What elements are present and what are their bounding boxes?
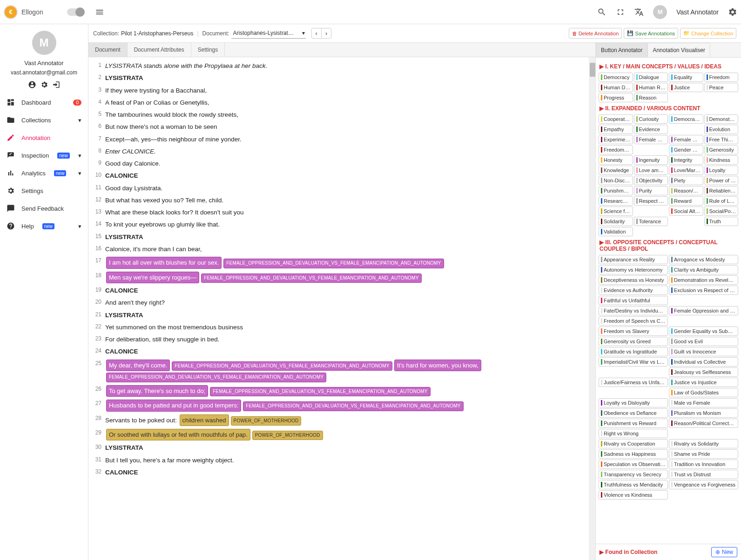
save-annotations-button[interactable]: 💾 Save Annotations [624, 28, 678, 39]
tag-button[interactable]: Free Thinking [704, 135, 739, 144]
tag-button[interactable]: Female Em... and Autonomy [634, 135, 668, 144]
sidebar-item-analytics[interactable]: Analyticsnew▾ [0, 164, 88, 182]
tag-button[interactable]: Good vs Evil [669, 337, 738, 346]
tag-button[interactable]: Fate/Destiny vs Individual Law [599, 306, 668, 315]
tag-button[interactable]: Progress [599, 93, 633, 102]
tag-button[interactable]: Human Rights [634, 83, 668, 92]
tag-button[interactable]: Demonstrab... [704, 114, 739, 124]
tag-button[interactable]: Justice vs Injustice [669, 378, 738, 387]
tag-button[interactable]: Validation [599, 227, 633, 236]
tag-button[interactable]: Tolerance [634, 217, 668, 226]
tag-button[interactable]: Deceptiveness vs Honesty [599, 275, 668, 285]
tag-button[interactable]: Purity [634, 186, 668, 195]
tag-button[interactable]: Reason [634, 93, 668, 102]
settings-icon[interactable] [40, 80, 48, 89]
tag-button[interactable]: Gender Equality vs Submission [669, 327, 738, 336]
section-title[interactable]: ▶ I. KEY / MAIN CONCEPTS / VALUES / IDEA… [599, 60, 739, 73]
tag-button[interactable]: Truth [704, 217, 739, 226]
sidebar-item-inspection[interactable]: Inspectionnew▾ [0, 147, 88, 164]
tag-button[interactable]: Empathy [599, 125, 633, 134]
tab-settings[interactable]: Settings [191, 43, 225, 57]
tag-button[interactable]: Dialogue [634, 73, 668, 82]
next-doc[interactable]: › [322, 28, 331, 38]
tag-button[interactable]: Social Altrui... Self-sacrifice [669, 207, 703, 216]
section-title[interactable]: ▶ III. OPPOSITE CONCEPTS / CONCEPTUAL CO… [599, 236, 739, 255]
tag-button[interactable]: Freedom [704, 73, 739, 82]
tag-button[interactable]: Male vs Female [669, 398, 738, 407]
sidebar-item-collections[interactable]: Collections▾ [0, 111, 88, 129]
tag-button[interactable]: Female Oppression and Deva... Female Ema… [669, 306, 738, 315]
annotation-span[interactable]: FEMALE_OPPRESSION_AND_DEVALUATION_VS_FEM… [243, 401, 463, 411]
tag-button[interactable]: Reward [669, 196, 703, 206]
gear-icon[interactable] [728, 7, 737, 17]
tag-button[interactable]: Demonstration vs Revelation [669, 275, 738, 285]
tag-button[interactable]: Loyalty [704, 166, 739, 175]
tag-button[interactable]: Law of Gods/States [669, 388, 738, 397]
annotation-span[interactable]: My dear, they'll come. [106, 360, 170, 371]
tag-button[interactable]: Knowledge [599, 166, 633, 175]
tag-button[interactable]: Evidence [634, 125, 668, 134]
tag-button[interactable]: Jealousy vs Selflessness [669, 367, 738, 377]
annotation-span[interactable]: I am hot all over with blushes for our s… [106, 257, 222, 268]
tag-button[interactable]: Experimenta... [599, 135, 633, 144]
account-icon[interactable] [28, 80, 36, 89]
tag-button[interactable]: Equality [669, 73, 703, 82]
annotation-span[interactable]: FEMALE_OPPRESSION_AND_DEVALUATION_VS_FEM… [201, 273, 421, 283]
tag-button[interactable]: Democracy [599, 73, 633, 82]
annotation-span[interactable]: POWER_OF_MOTHERHOOD [252, 431, 323, 440]
tag-button[interactable]: Reliableness [704, 186, 739, 195]
tag-button[interactable]: Punishment vs Reward [599, 419, 668, 428]
tag-button[interactable]: Solidarity [599, 217, 633, 226]
tag-button[interactable]: Peace [704, 83, 739, 92]
tag-button[interactable]: Right vs Wrong [599, 429, 668, 438]
tag-button[interactable]: Individual vs Collective [669, 357, 738, 367]
tag-button[interactable]: Shame vs Pride [669, 449, 738, 459]
tag-button[interactable]: Non-Discrim... [599, 176, 633, 185]
tag-button[interactable]: Respect of ... Decisions [634, 196, 668, 206]
sidebar-item-annotation[interactable]: Annotation [0, 129, 88, 147]
annotation-span[interactable]: children washed [180, 414, 229, 426]
annotation-span[interactable]: To get away. There's so much to do; [106, 385, 208, 397]
tag-button[interactable]: Exclusion vs Respect of Minori... and Ma… [669, 286, 738, 295]
tag-button[interactable]: Guilt vs Innocence [669, 347, 738, 356]
annotation-span[interactable]: FEMALE_OPPRESSION_AND_DEVALUATION_VS_FEM… [210, 387, 430, 397]
tag-button[interactable]: Transparency vs Secrecy [599, 470, 668, 479]
delete-annotation-button[interactable]: 🗑 Delete Annotation [569, 28, 622, 39]
tag-button[interactable]: Sadness vs Happiness [599, 449, 668, 459]
tag-button[interactable]: Ingenuity [634, 155, 668, 165]
tag-button[interactable]: Curiosity [634, 114, 668, 124]
tag-button[interactable]: Obedience vs Defiance [599, 408, 668, 418]
tag-button[interactable]: Power of Mot... [704, 176, 739, 185]
tag-button[interactable]: Rivalry vs Cooperation [599, 439, 668, 448]
document-text[interactable]: 1LYSISTRATA stands alone with the Propyl… [88, 57, 595, 560]
tag-button[interactable]: Punishment [599, 186, 633, 195]
annotation-span[interactable]: Husbands to be patted and put in good te… [106, 400, 241, 411]
sidebar-item-dashboard[interactable]: Dashboard0 [0, 93, 88, 111]
tag-button[interactable]: Social/Politic... [704, 207, 739, 216]
tag-button[interactable]: Truthfulness vs Mendacity [599, 480, 668, 489]
tag-button[interactable]: Evolution [704, 125, 739, 134]
tag-button[interactable]: Rule of Law [704, 196, 739, 206]
tag-button[interactable]: Clarity vs Ambiguity [669, 265, 738, 274]
tag-button[interactable]: Appearance vs Reality [599, 255, 668, 264]
tag-button[interactable]: Evidence vs Authority [599, 286, 668, 295]
tag-button[interactable]: Tradition vs Innovation [669, 460, 738, 469]
annotation-span[interactable]: Men say we're slippery rogues— [106, 272, 199, 283]
document-select[interactable]: Aristophanes-Lysistrata-Jac... [231, 28, 306, 39]
tag-button[interactable]: Rivalry vs Solidarity [669, 439, 738, 448]
tag-button[interactable]: Speculation vs Observation [599, 460, 668, 469]
tag-button[interactable]: Love among... [634, 166, 668, 175]
logout-icon[interactable] [52, 80, 61, 89]
tag-button[interactable]: Integrity [669, 155, 703, 165]
tag-button[interactable]: Research Fr... [599, 196, 633, 206]
tag-button[interactable]: Freedom vs Slavery [599, 327, 668, 336]
tag-button[interactable]: Gratitude vs Ingratitude [599, 347, 668, 356]
tag-button[interactable]: Female Spe... [669, 135, 703, 144]
tag-button[interactable]: Imperialist/Civil War vs Local and Inter… [599, 357, 668, 367]
theme-toggle[interactable] [67, 8, 84, 16]
tag-button[interactable]: Pluralism vs Monism [669, 408, 738, 418]
tag-button[interactable]: Freedom of ... [599, 145, 633, 154]
tag-button[interactable]: Kindness [704, 155, 739, 165]
fullscreen-icon[interactable] [616, 7, 625, 17]
tag-button[interactable]: Objectivity [634, 176, 668, 185]
